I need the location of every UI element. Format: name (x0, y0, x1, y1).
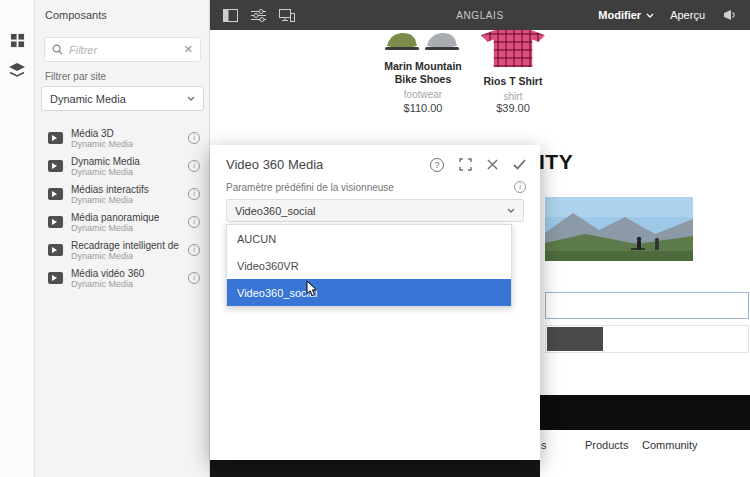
component-group: Dynamic Media (71, 195, 180, 205)
media-component-icon (48, 160, 63, 172)
filter-by-site-label: Filtrer par site (45, 71, 106, 82)
product-price: $39.00 (496, 102, 530, 114)
chevron-down-icon (187, 96, 195, 101)
product-card-t-shirt[interactable]: Rios T Shirt shirt $39.00 (468, 30, 558, 114)
product-category: shirt (504, 91, 523, 102)
video-360-media-dialog: Video 360 Media ? Paramètre prédéfini de… (210, 145, 540, 460)
button-placeholder[interactable] (547, 327, 603, 351)
info-icon[interactable]: i (188, 244, 200, 256)
component-item-smart-crop[interactable]: Recadrage intelligent de la...Dynamic Me… (35, 236, 209, 264)
component-title: Média vidéo 360 (71, 268, 180, 279)
component-title: Médias interactifs (71, 184, 180, 195)
community-photo[interactable] (545, 197, 693, 261)
component-group: Dynamic Media (71, 167, 180, 177)
media-component-icon (48, 216, 63, 228)
viewer-preset-select[interactable]: Video360_social (226, 199, 524, 222)
info-icon[interactable]: i (188, 188, 200, 200)
component-item-interactive-media[interactable]: Médias interactifsDynamic Media i (35, 180, 209, 208)
info-icon[interactable]: i (188, 132, 200, 144)
media-component-icon (48, 272, 63, 284)
chevron-down-icon (507, 208, 515, 213)
media-component-icon (48, 188, 63, 200)
footer-link-community[interactable]: Community (642, 439, 698, 451)
editor-toolbar: ANGLAIS Modifier Aperçu (210, 0, 750, 30)
product-price: $110.00 (404, 102, 443, 114)
component-title: Média panoramique (71, 212, 180, 223)
footer-link-products[interactable]: Products (585, 439, 628, 451)
component-group: Dynamic Media (71, 223, 180, 233)
components-panel-icon[interactable] (4, 28, 30, 52)
side-panel-rail (0, 0, 35, 477)
product-category: footwear (404, 89, 442, 100)
footer-link-partial[interactable]: s (541, 439, 547, 451)
product-card-bike-shoes[interactable]: Marin Mountain Bike Shoes footwear $110.… (378, 30, 468, 114)
viewer-preset-value: Video360_social (235, 205, 316, 217)
component-item-video-360[interactable]: Média vidéo 360Dynamic Media i (35, 264, 209, 292)
viewer-preset-dropdown: AUCUN Video360VR Video360_social (226, 224, 512, 307)
page-properties-icon[interactable] (250, 7, 267, 24)
component-item-dynamic-media[interactable]: Dynamic MediaDynamic Media i (35, 152, 209, 180)
component-placeholder-button-row[interactable] (545, 325, 749, 353)
info-icon[interactable]: i (514, 181, 526, 193)
component-placeholder-box[interactable] (545, 292, 749, 319)
component-item-panoramic-media[interactable]: Média panoramiqueDynamic Media i (35, 208, 209, 236)
component-item-media-3d[interactable]: Média 3DDynamic Media i (35, 124, 209, 152)
announce-icon[interactable] (721, 7, 738, 24)
mode-selector[interactable]: Modifier (598, 9, 654, 21)
info-icon[interactable]: i (188, 216, 200, 228)
component-group: Dynamic Media (71, 279, 180, 289)
component-filter-input[interactable] (69, 44, 178, 56)
component-title: Recadrage intelligent de la... (71, 240, 180, 251)
clear-filter-icon[interactable]: ✕ (184, 44, 193, 55)
component-filter-box: ✕ (44, 37, 201, 62)
component-title: Média 3D (71, 128, 180, 139)
info-icon[interactable]: i (188, 272, 200, 284)
fullscreen-icon[interactable] (459, 158, 472, 171)
option-aucun[interactable]: AUCUN (227, 225, 511, 252)
option-video360vr[interactable]: Video360VR (227, 252, 511, 279)
component-group: Dynamic Media (71, 251, 180, 261)
info-icon[interactable]: i (188, 160, 200, 172)
component-list: Média 3DDynamic Media i Dynamic MediaDyn… (35, 124, 209, 292)
assets-panel-icon[interactable] (4, 58, 30, 82)
product-name: Marin Mountain Bike Shoes (378, 60, 468, 86)
confirm-check-icon[interactable] (513, 159, 526, 170)
viewer-preset-label: Paramètre prédéfini de la visionneuse (226, 182, 394, 193)
help-icon[interactable]: ? (430, 158, 444, 172)
media-component-icon (48, 132, 63, 144)
media-component-icon (48, 244, 63, 256)
preview-button[interactable]: Aperçu (670, 9, 705, 21)
site-filter-value: Dynamic Media (50, 93, 126, 105)
section-heading-fragment: ITY (539, 150, 573, 174)
search-icon (52, 44, 63, 55)
product-image-shoes (383, 30, 463, 52)
component-title: Dynamic Media (71, 156, 180, 167)
dialog-title: Video 360 Media (226, 157, 323, 172)
option-video360-social[interactable]: Video360_social (227, 279, 511, 306)
sidebar-title: Composants (45, 9, 107, 21)
product-name: Rios T Shirt (484, 75, 543, 88)
components-sidebar: Composants ✕ Filtrer par site Dynamic Me… (35, 0, 210, 477)
page-locale-label: ANGLAIS (456, 10, 504, 21)
close-icon[interactable] (487, 159, 498, 170)
chevron-down-icon (646, 13, 654, 18)
mode-label: Modifier (598, 9, 641, 21)
emulator-devices-icon[interactable] (278, 7, 295, 24)
product-image-shirt (481, 30, 545, 67)
component-group: Dynamic Media (71, 139, 180, 149)
toggle-side-panel-icon[interactable] (222, 7, 239, 24)
site-filter-select[interactable]: Dynamic Media (41, 86, 204, 111)
